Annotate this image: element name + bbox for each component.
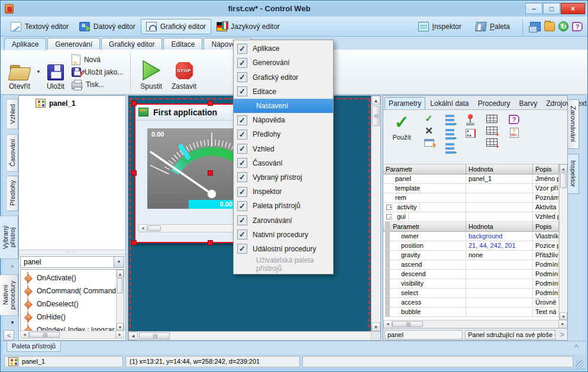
checkbox-checked-icon[interactable]: ✓ xyxy=(237,172,247,182)
procedures-hscrollbar[interactable]: ◄ ► xyxy=(20,331,124,339)
menu-item[interactable]: ✓Nativní procedury xyxy=(234,228,333,242)
menu-item[interactable]: ✓Paleta přístrojů xyxy=(234,199,333,213)
default-values-icon[interactable] xyxy=(466,122,474,125)
inspektor-button[interactable]: Inspektor xyxy=(413,19,467,34)
run-button[interactable]: Spustit xyxy=(135,52,167,92)
table-row[interactable]: ascend Podmínk xyxy=(383,260,559,270)
expand-plus-icon[interactable]: + xyxy=(386,205,392,210)
chevron-down-icon[interactable]: ▼ xyxy=(114,257,124,267)
scroll-left-icon[interactable]: ◄ xyxy=(384,321,392,328)
apply-button[interactable]: ✓ Použít xyxy=(388,115,415,161)
scroll-right-icon[interactable]: ► xyxy=(115,331,124,338)
expand-right-icon[interactable]: > xyxy=(558,330,566,339)
scroll-thumb[interactable] xyxy=(139,332,170,339)
table-header[interactable]: Parametr Hodnota Popis xyxy=(383,222,559,232)
menu-item[interactable]: ✓Generování xyxy=(234,56,333,70)
cancel-icon[interactable]: ✕ xyxy=(425,127,433,135)
ocl-help-icon[interactable]: ?OCL xyxy=(510,128,519,138)
tab-paleta-pristroju[interactable]: Paleta přístrojů xyxy=(7,341,61,352)
table-row[interactable]: rem Poznám xyxy=(383,193,559,203)
checkbox-checked-icon[interactable]: ✓ xyxy=(237,44,247,54)
tree-item-panel1[interactable]: panel_1 xyxy=(21,99,123,108)
list-item[interactable]: OnDeselect() xyxy=(24,297,116,310)
checkbox-checked-icon[interactable]: ✓ xyxy=(237,229,247,240)
tab-scroll-down-icon[interactable]: ▼ xyxy=(7,320,18,326)
collapse-minus-icon[interactable]: − xyxy=(386,214,392,219)
language-editor-button[interactable]: Jazykový editor xyxy=(211,19,285,34)
add-table-row-icon[interactable] xyxy=(486,127,497,135)
tab-barvy[interactable]: Barvy xyxy=(515,97,541,109)
tab-zarovnavani[interactable]: Zarovnávání xyxy=(568,99,579,149)
table-row[interactable]: position 21, 44, 242, 201 Pozice p xyxy=(383,241,559,251)
menu-item[interactable]: ✓Zarovnávání xyxy=(234,213,333,227)
tab-generovani[interactable]: Generování xyxy=(47,38,100,50)
paste-params-icon[interactable] xyxy=(445,129,454,140)
collapse-left-icon[interactable]: < xyxy=(4,330,14,341)
table-row[interactable]: select Podmínk xyxy=(383,289,559,298)
move-params-icon[interactable] xyxy=(445,143,454,154)
scroll-up-icon[interactable]: ▲ xyxy=(371,96,380,105)
scroll-up-icon[interactable]: ▲ xyxy=(117,270,124,277)
selection-handle[interactable] xyxy=(131,170,137,176)
text-editor-button[interactable]: Textový editor xyxy=(5,19,74,34)
table-header[interactable]: Parametr Hodnota Popis xyxy=(383,164,559,174)
scroll-down-icon[interactable]: ▼ xyxy=(560,312,567,320)
table-row[interactable]: owner background Vlastník xyxy=(383,232,559,241)
checkbox-checked-icon[interactable]: ✓ xyxy=(237,244,247,254)
table-row[interactable]: descend Podmínk xyxy=(383,270,559,279)
edit-dialog-icon[interactable] xyxy=(424,139,434,147)
expand-table-icon[interactable] xyxy=(486,138,497,147)
table-vscrollbar[interactable]: ▲ ▼ xyxy=(559,164,567,320)
tab-graficky-editor[interactable]: Grafický editor xyxy=(101,38,162,50)
selection-handle[interactable] xyxy=(208,240,213,245)
checkbox-checked-icon[interactable]: ✓ xyxy=(237,187,247,197)
scroll-left-icon[interactable]: ◄ xyxy=(139,225,147,232)
minimize-button[interactable]: – xyxy=(525,3,542,14)
canvas-vscrollbar[interactable]: ▲ ▼ xyxy=(371,96,380,331)
table-row[interactable]: panel panel_1 Jméno p xyxy=(383,174,559,184)
table-row[interactable]: −gui Vzhled p xyxy=(383,212,559,222)
tab-aplikace[interactable]: Aplikace xyxy=(4,38,46,50)
scroll-down-icon[interactable]: ▼ xyxy=(371,322,380,331)
help-book-icon[interactable]: ? xyxy=(572,22,583,31)
menu-item[interactable]: ✓Časování xyxy=(234,156,333,170)
splitter-handle[interactable]: ···· xyxy=(19,250,125,255)
checkbox-checked-icon[interactable]: ✓ xyxy=(237,158,247,168)
tab-lokalni-data[interactable]: Lokální data xyxy=(426,97,473,109)
table-row[interactable]: bubble Text ná xyxy=(383,308,559,317)
parameter-help-icon[interactable]: ? xyxy=(509,115,519,124)
checkbox-checked-icon[interactable]: ✓ xyxy=(237,201,247,211)
selection-handle[interactable] xyxy=(131,101,137,106)
menu-item[interactable]: ✓Událostní procedury xyxy=(234,242,333,256)
confirm-icon[interactable]: ✓ xyxy=(425,115,432,123)
expand-column-icon[interactable]: AAA xyxy=(466,129,476,138)
scroll-thumb[interactable] xyxy=(560,173,567,188)
scroll-left-icon[interactable]: ◄ xyxy=(21,331,29,338)
menu-item[interactable]: ✓Inspektor xyxy=(234,185,333,199)
list-item[interactable]: OnHide() xyxy=(24,310,116,324)
selection-handle[interactable] xyxy=(208,101,213,106)
menu-item[interactable]: ✓Editace xyxy=(234,85,333,99)
menu-item[interactable]: ✓Předlohy xyxy=(234,127,333,141)
maximize-button[interactable]: □ xyxy=(543,3,560,14)
table-row[interactable]: +activity Aktivita xyxy=(383,203,559,212)
scroll-thumb[interactable] xyxy=(148,225,161,231)
checkbox-checked-icon[interactable]: ✓ xyxy=(237,72,247,82)
list-item[interactable]: OnActivate() xyxy=(24,271,116,284)
table-row[interactable]: template Vzor pří xyxy=(383,184,559,193)
scroll-thumb[interactable] xyxy=(392,321,423,327)
refresh-icon[interactable]: ↻ xyxy=(558,21,568,31)
scroll-thumb[interactable] xyxy=(117,278,123,293)
menu-item[interactable]: ✓Vzhled xyxy=(234,141,333,156)
open-dropdown-arrow-icon[interactable]: ▼ xyxy=(36,69,41,75)
expand-up-icon[interactable]: ^ xyxy=(574,341,579,351)
table-row[interactable]: visibility Podmínk xyxy=(383,279,559,289)
graphic-editor-button[interactable]: Grafický editor xyxy=(141,19,211,34)
checkbox-checked-icon[interactable]: ✓ xyxy=(237,86,247,96)
canvas-hscrollbar[interactable]: ◄ xyxy=(128,331,371,340)
tab-procedury[interactable]: Procedury xyxy=(474,97,515,109)
checkbox-checked-icon[interactable]: ✓ xyxy=(237,130,247,140)
scroll-thumb[interactable] xyxy=(29,332,60,338)
tab-scroll-up-icon[interactable]: ▲ xyxy=(7,263,18,269)
save-as-button[interactable]: Uložit jako... xyxy=(72,66,123,78)
